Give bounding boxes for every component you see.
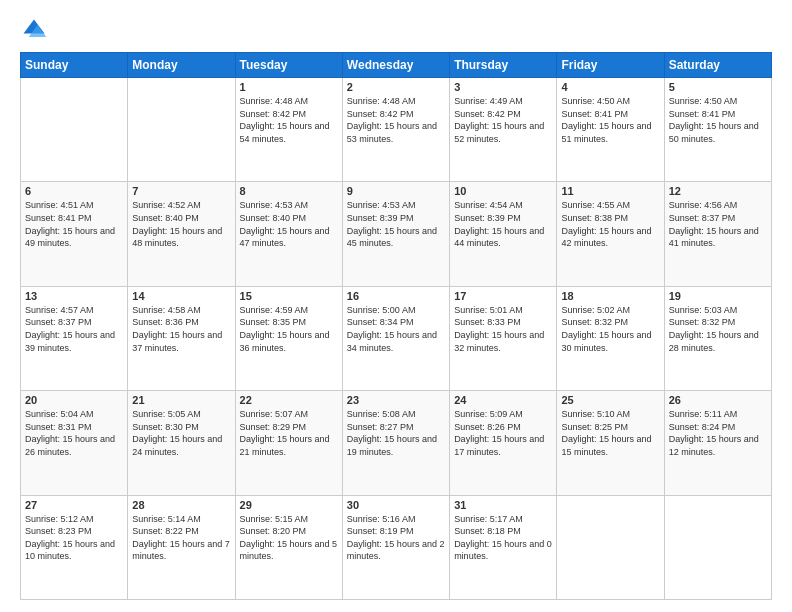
day-number: 19: [669, 290, 767, 302]
day-number: 13: [25, 290, 123, 302]
day-info: Sunrise: 4:58 AMSunset: 8:36 PMDaylight:…: [132, 305, 222, 353]
day-cell: 21 Sunrise: 5:05 AMSunset: 8:30 PMDaylig…: [128, 391, 235, 495]
day-info: Sunrise: 4:48 AMSunset: 8:42 PMDaylight:…: [240, 96, 330, 144]
week-row-3: 13 Sunrise: 4:57 AMSunset: 8:37 PMDaylig…: [21, 286, 772, 390]
day-info: Sunrise: 5:14 AMSunset: 8:22 PMDaylight:…: [132, 514, 230, 562]
day-info: Sunrise: 4:50 AMSunset: 8:41 PMDaylight:…: [561, 96, 651, 144]
day-info: Sunrise: 4:53 AMSunset: 8:40 PMDaylight:…: [240, 200, 330, 248]
day-cell: 1 Sunrise: 4:48 AMSunset: 8:42 PMDayligh…: [235, 78, 342, 182]
day-number: 24: [454, 394, 552, 406]
day-cell: 17 Sunrise: 5:01 AMSunset: 8:33 PMDaylig…: [450, 286, 557, 390]
day-cell: 10 Sunrise: 4:54 AMSunset: 8:39 PMDaylig…: [450, 182, 557, 286]
day-cell: [21, 78, 128, 182]
weekday-header-saturday: Saturday: [664, 53, 771, 78]
day-cell: [557, 495, 664, 599]
day-number: 31: [454, 499, 552, 511]
day-info: Sunrise: 5:04 AMSunset: 8:31 PMDaylight:…: [25, 409, 115, 457]
day-cell: 19 Sunrise: 5:03 AMSunset: 8:32 PMDaylig…: [664, 286, 771, 390]
day-cell: 29 Sunrise: 5:15 AMSunset: 8:20 PMDaylig…: [235, 495, 342, 599]
day-number: 12: [669, 185, 767, 197]
day-info: Sunrise: 4:51 AMSunset: 8:41 PMDaylight:…: [25, 200, 115, 248]
day-cell: 15 Sunrise: 4:59 AMSunset: 8:35 PMDaylig…: [235, 286, 342, 390]
day-cell: 3 Sunrise: 4:49 AMSunset: 8:42 PMDayligh…: [450, 78, 557, 182]
logo-icon: [20, 16, 48, 44]
day-number: 8: [240, 185, 338, 197]
day-cell: 11 Sunrise: 4:55 AMSunset: 8:38 PMDaylig…: [557, 182, 664, 286]
day-cell: 14 Sunrise: 4:58 AMSunset: 8:36 PMDaylig…: [128, 286, 235, 390]
day-number: 6: [25, 185, 123, 197]
day-number: 1: [240, 81, 338, 93]
week-row-5: 27 Sunrise: 5:12 AMSunset: 8:23 PMDaylig…: [21, 495, 772, 599]
day-cell: 26 Sunrise: 5:11 AMSunset: 8:24 PMDaylig…: [664, 391, 771, 495]
page: SundayMondayTuesdayWednesdayThursdayFrid…: [0, 0, 792, 612]
weekday-header-row: SundayMondayTuesdayWednesdayThursdayFrid…: [21, 53, 772, 78]
day-cell: [128, 78, 235, 182]
day-number: 17: [454, 290, 552, 302]
day-info: Sunrise: 5:07 AMSunset: 8:29 PMDaylight:…: [240, 409, 330, 457]
day-info: Sunrise: 5:16 AMSunset: 8:19 PMDaylight:…: [347, 514, 445, 562]
day-cell: 13 Sunrise: 4:57 AMSunset: 8:37 PMDaylig…: [21, 286, 128, 390]
weekday-header-monday: Monday: [128, 53, 235, 78]
day-number: 9: [347, 185, 445, 197]
day-info: Sunrise: 4:59 AMSunset: 8:35 PMDaylight:…: [240, 305, 330, 353]
day-info: Sunrise: 4:53 AMSunset: 8:39 PMDaylight:…: [347, 200, 437, 248]
day-number: 3: [454, 81, 552, 93]
day-cell: 18 Sunrise: 5:02 AMSunset: 8:32 PMDaylig…: [557, 286, 664, 390]
day-cell: 6 Sunrise: 4:51 AMSunset: 8:41 PMDayligh…: [21, 182, 128, 286]
day-number: 27: [25, 499, 123, 511]
week-row-1: 1 Sunrise: 4:48 AMSunset: 8:42 PMDayligh…: [21, 78, 772, 182]
day-number: 26: [669, 394, 767, 406]
day-info: Sunrise: 4:57 AMSunset: 8:37 PMDaylight:…: [25, 305, 115, 353]
day-cell: 30 Sunrise: 5:16 AMSunset: 8:19 PMDaylig…: [342, 495, 449, 599]
week-row-4: 20 Sunrise: 5:04 AMSunset: 8:31 PMDaylig…: [21, 391, 772, 495]
day-number: 29: [240, 499, 338, 511]
day-number: 10: [454, 185, 552, 197]
day-cell: [664, 495, 771, 599]
day-info: Sunrise: 5:01 AMSunset: 8:33 PMDaylight:…: [454, 305, 544, 353]
day-info: Sunrise: 5:11 AMSunset: 8:24 PMDaylight:…: [669, 409, 759, 457]
day-info: Sunrise: 5:10 AMSunset: 8:25 PMDaylight:…: [561, 409, 651, 457]
day-number: 7: [132, 185, 230, 197]
day-info: Sunrise: 4:48 AMSunset: 8:42 PMDaylight:…: [347, 96, 437, 144]
day-info: Sunrise: 5:00 AMSunset: 8:34 PMDaylight:…: [347, 305, 437, 353]
day-cell: 24 Sunrise: 5:09 AMSunset: 8:26 PMDaylig…: [450, 391, 557, 495]
day-info: Sunrise: 4:54 AMSunset: 8:39 PMDaylight:…: [454, 200, 544, 248]
day-info: Sunrise: 5:05 AMSunset: 8:30 PMDaylight:…: [132, 409, 222, 457]
day-cell: 31 Sunrise: 5:17 AMSunset: 8:18 PMDaylig…: [450, 495, 557, 599]
calendar: SundayMondayTuesdayWednesdayThursdayFrid…: [20, 52, 772, 600]
day-info: Sunrise: 5:12 AMSunset: 8:23 PMDaylight:…: [25, 514, 115, 562]
day-number: 14: [132, 290, 230, 302]
day-number: 4: [561, 81, 659, 93]
day-info: Sunrise: 5:15 AMSunset: 8:20 PMDaylight:…: [240, 514, 338, 562]
day-info: Sunrise: 4:49 AMSunset: 8:42 PMDaylight:…: [454, 96, 544, 144]
day-info: Sunrise: 4:55 AMSunset: 8:38 PMDaylight:…: [561, 200, 651, 248]
day-number: 5: [669, 81, 767, 93]
day-info: Sunrise: 4:56 AMSunset: 8:37 PMDaylight:…: [669, 200, 759, 248]
day-info: Sunrise: 4:50 AMSunset: 8:41 PMDaylight:…: [669, 96, 759, 144]
day-info: Sunrise: 5:03 AMSunset: 8:32 PMDaylight:…: [669, 305, 759, 353]
day-number: 22: [240, 394, 338, 406]
day-number: 20: [25, 394, 123, 406]
day-cell: 25 Sunrise: 5:10 AMSunset: 8:25 PMDaylig…: [557, 391, 664, 495]
day-number: 21: [132, 394, 230, 406]
weekday-header-friday: Friday: [557, 53, 664, 78]
week-row-2: 6 Sunrise: 4:51 AMSunset: 8:41 PMDayligh…: [21, 182, 772, 286]
day-number: 25: [561, 394, 659, 406]
day-cell: 22 Sunrise: 5:07 AMSunset: 8:29 PMDaylig…: [235, 391, 342, 495]
day-number: 15: [240, 290, 338, 302]
day-cell: 27 Sunrise: 5:12 AMSunset: 8:23 PMDaylig…: [21, 495, 128, 599]
weekday-header-wednesday: Wednesday: [342, 53, 449, 78]
day-cell: 20 Sunrise: 5:04 AMSunset: 8:31 PMDaylig…: [21, 391, 128, 495]
day-number: 18: [561, 290, 659, 302]
header: [20, 16, 772, 44]
day-cell: 16 Sunrise: 5:00 AMSunset: 8:34 PMDaylig…: [342, 286, 449, 390]
weekday-header-thursday: Thursday: [450, 53, 557, 78]
day-cell: 28 Sunrise: 5:14 AMSunset: 8:22 PMDaylig…: [128, 495, 235, 599]
day-number: 2: [347, 81, 445, 93]
day-info: Sunrise: 5:02 AMSunset: 8:32 PMDaylight:…: [561, 305, 651, 353]
logo: [20, 16, 52, 44]
day-info: Sunrise: 4:52 AMSunset: 8:40 PMDaylight:…: [132, 200, 222, 248]
day-cell: 2 Sunrise: 4:48 AMSunset: 8:42 PMDayligh…: [342, 78, 449, 182]
day-number: 11: [561, 185, 659, 197]
weekday-header-tuesday: Tuesday: [235, 53, 342, 78]
